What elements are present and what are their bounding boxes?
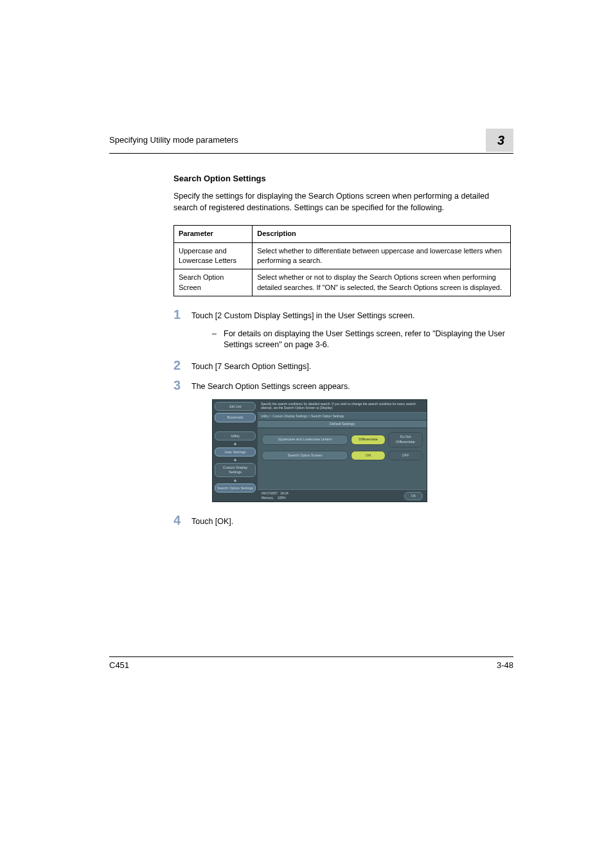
job-list-button[interactable]: Job List [215, 402, 256, 411]
step-number: 1 [173, 308, 191, 322]
chapter-number-box: 3 [486, 129, 513, 152]
arrow-up-icon: ▲ [215, 458, 256, 461]
custom-display-button[interactable]: Custom Display Settings [215, 463, 256, 476]
search-option-button[interactable]: Search Option Settings [215, 484, 256, 493]
arrow-up-icon: ▲ [215, 479, 256, 482]
ok-button[interactable]: OK [404, 492, 423, 500]
desc-cell: Select whether to differentiate between … [253, 242, 511, 269]
desc-cell: Select whether or not to display the Sea… [253, 269, 511, 296]
dash-icon: – [212, 329, 224, 351]
user-settings-button[interactable]: User Settings [215, 448, 256, 457]
param-cell: Search Option Screen [174, 269, 253, 296]
step-text: Touch [7 Search Option Settings]. [191, 359, 513, 373]
page-header: Specifying Utility mode parameters 3 [109, 129, 513, 154]
running-header-title: Specifying Utility mode parameters [109, 134, 238, 146]
step-3: 3 The Search Option Settings screen appe… [173, 379, 513, 393]
footer-model: C451 [109, 660, 129, 671]
col-header-description: Description [253, 226, 511, 242]
step-1-sub: – For details on displaying the User Set… [212, 329, 513, 351]
arrow-up-icon: ▲ [215, 442, 256, 445]
step-number: 3 [173, 379, 191, 393]
param-cell: Uppercase and Lowercase Letters [174, 242, 253, 269]
col-header-parameter: Parameter [174, 226, 253, 242]
row-label-screen: Search Option Screen [262, 451, 348, 461]
footer-meta: 04/17/2007 18:24 Memory 100% [262, 491, 289, 500]
page-footer: C451 3-48 [109, 656, 513, 671]
mfp-breadcrumb: Utility > Custom Display Settings > Sear… [258, 412, 427, 420]
step-text: The Search Option Settings screen appear… [191, 379, 513, 393]
section-heading: Search Option Settings [173, 173, 513, 185]
parameter-table: Parameter Description Uppercase and Lowe… [173, 225, 511, 296]
off-button[interactable]: OFF [388, 451, 423, 461]
step-4: 4 Touch [OK]. [173, 514, 513, 528]
section-intro: Specify the settings for displaying the … [173, 191, 513, 213]
table-row: Uppercase and Lowercase Letters Select w… [174, 242, 511, 269]
utility-button[interactable]: Utility [215, 431, 256, 441]
bookmark-button[interactable]: Bookmark [215, 413, 256, 422]
mfp-screenshot: Job List Bookmark Utility ▲ User Setting… [212, 399, 513, 503]
step-text: Touch [2 Custom Display Settings] in the… [191, 308, 513, 322]
table-row: Search Option Screen Select whether or n… [174, 269, 511, 296]
step-number: 4 [173, 514, 191, 528]
default-settings-bar: Default Settings [258, 420, 427, 429]
step-text: Touch [OK]. [191, 514, 513, 528]
footer-page-number: 3-48 [497, 660, 513, 671]
mfp-instructions: Specify the search conditions for detail… [258, 400, 427, 412]
substep-text: For details on displaying the User Setti… [224, 329, 513, 351]
step-number: 2 [173, 359, 191, 373]
do-not-differentiate-button[interactable]: Do Not Differentiate [388, 432, 423, 447]
on-button[interactable]: ON [351, 451, 386, 461]
row-label-case: Uppercase and Lowercase Letters [262, 435, 348, 445]
step-2: 2 Touch [7 Search Option Settings]. [173, 359, 513, 373]
step-1: 1 Touch [2 Custom Display Settings] in t… [173, 308, 513, 322]
differentiate-button[interactable]: Differentiate [351, 435, 386, 445]
